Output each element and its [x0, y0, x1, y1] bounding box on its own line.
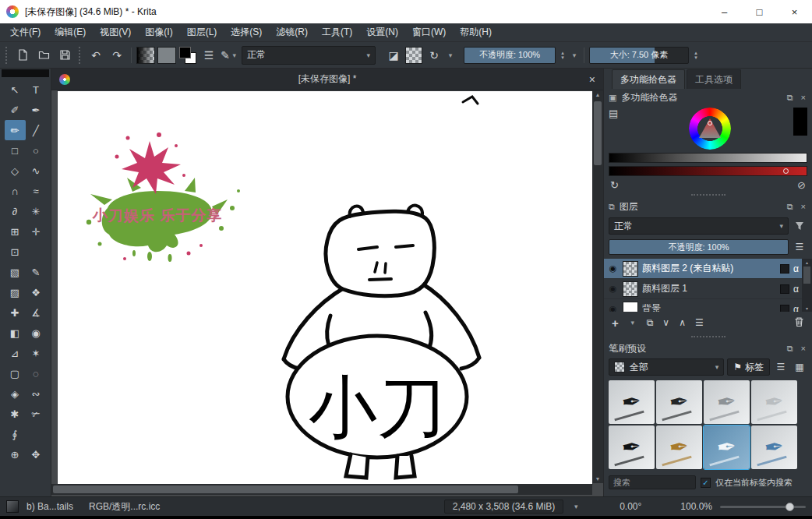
- ellipse-tool[interactable]: ○: [26, 140, 47, 161]
- open-document-button[interactable]: [34, 46, 53, 65]
- freehand-brush-tool[interactable]: ✏: [5, 120, 26, 140]
- tab-tool-options[interactable]: 工具选项: [687, 69, 741, 89]
- scroll-down-icon[interactable]: ▼: [592, 476, 603, 482]
- save-button[interactable]: [55, 46, 74, 65]
- polygon-tool[interactable]: ◇: [5, 161, 26, 181]
- multibrush-tool[interactable]: ✳: [26, 201, 47, 221]
- polygon-select-tool[interactable]: ◈: [5, 383, 26, 404]
- add-layer-caret-icon[interactable]: ▾: [628, 319, 637, 327]
- reference-images-tool[interactable]: ✶: [26, 343, 47, 363]
- canvas-horizontal-scrollbar[interactable]: [51, 484, 592, 495]
- document-close-icon[interactable]: ×: [589, 73, 595, 86]
- workspace-chooser-button[interactable]: ☰: [199, 46, 218, 65]
- brush-preset[interactable]: ✒: [656, 380, 702, 424]
- bezier-select-tool[interactable]: ✃: [26, 404, 47, 424]
- brush-preset[interactable]: ✒: [704, 380, 750, 424]
- pattern-edit-tool[interactable]: ▨: [5, 282, 26, 302]
- docker-splitter[interactable]: [604, 334, 812, 340]
- foreground-background-colors[interactable]: [178, 46, 197, 65]
- float-docker-icon[interactable]: ⧉: [786, 344, 795, 354]
- text-tool[interactable]: T: [26, 79, 47, 100]
- layer-thumbnail[interactable]: [623, 302, 638, 312]
- enclose-fill-tool[interactable]: ◉: [26, 323, 47, 343]
- no-color-icon[interactable]: ⊘: [797, 179, 806, 191]
- zoom-slider[interactable]: [720, 501, 806, 512]
- vertical-scroll-thumb[interactable]: [594, 101, 602, 165]
- undo-button[interactable]: ↶: [86, 46, 105, 65]
- brush-view-mode-button[interactable]: ▦: [792, 359, 807, 375]
- scroll-down-icon[interactable]: ▾: [802, 305, 812, 311]
- rect-select-tool[interactable]: ▢: [5, 363, 26, 383]
- docker-splitter[interactable]: [604, 192, 812, 198]
- brush-size-slider[interactable]: 大小: 7.50 像素: [589, 47, 689, 64]
- similar-select-tool[interactable]: ✱: [5, 404, 26, 424]
- brush-preset[interactable]: ✒: [704, 425, 750, 469]
- menu-item[interactable]: 文件(F): [3, 23, 48, 41]
- rectangle-tool[interactable]: □: [5, 140, 26, 161]
- layer-visibility-eye-icon[interactable]: ◉: [607, 263, 619, 274]
- line-tool[interactable]: ╱: [26, 120, 47, 140]
- chevron-down-icon[interactable]: ▾: [446, 51, 455, 59]
- hue-gradient-bar[interactable]: [609, 166, 807, 176]
- freehand-path-tool[interactable]: ≈: [26, 181, 47, 201]
- close-docker-icon[interactable]: ×: [800, 344, 807, 353]
- move-layer-up-button[interactable]: ∧: [679, 317, 686, 328]
- menu-item[interactable]: 窗口(W): [405, 23, 453, 41]
- brush-preset[interactable]: ✒: [751, 425, 797, 469]
- close-docker-icon[interactable]: ×: [800, 93, 807, 102]
- scroll-up-icon[interactable]: ▴: [802, 260, 812, 265]
- toolbar-drag-handle[interactable]: [79, 47, 82, 64]
- menu-item[interactable]: 滤镜(R): [269, 23, 315, 41]
- toolbox-spacer[interactable]: [26, 242, 47, 262]
- transform-tool[interactable]: ⊞: [5, 221, 26, 242]
- gradient-marker[interactable]: [783, 168, 789, 174]
- brush-search-input[interactable]: [609, 475, 696, 489]
- dynamic-brush-tool[interactable]: ∂: [5, 201, 26, 221]
- reload-preset-button[interactable]: ↻: [425, 46, 443, 65]
- layer-row[interactable]: ◉ 背景 α: [604, 299, 802, 312]
- refresh-icon[interactable]: ↻: [610, 179, 619, 191]
- foreground-color-swatch[interactable]: [179, 47, 191, 58]
- close-docker-icon[interactable]: ×: [800, 202, 807, 211]
- duplicate-layer-button[interactable]: ⧉: [647, 317, 654, 328]
- opacity-slider[interactable]: 不透明度: 100%: [464, 47, 556, 64]
- layer-lock-icon[interactable]: [780, 264, 789, 274]
- layer-thumbnail[interactable]: [623, 281, 638, 297]
- edit-shapes-tool[interactable]: ✐: [5, 100, 26, 120]
- new-document-button[interactable]: [13, 46, 32, 65]
- gradient-swatch[interactable]: [136, 47, 155, 64]
- layer-alpha-icon[interactable]: α: [793, 284, 799, 295]
- layer-blend-select[interactable]: 正常 ▾: [609, 217, 789, 235]
- layer-scroll-thumb[interactable]: [803, 267, 810, 284]
- layer-opacity-slider[interactable]: 不透明度: 100%: [609, 239, 789, 255]
- current-brush-chip[interactable]: [6, 500, 19, 513]
- eraser-mode-button[interactable]: ◪: [384, 46, 403, 65]
- polyline-tool[interactable]: ∿: [26, 161, 47, 181]
- measure-tool[interactable]: ∡: [26, 302, 47, 323]
- zoom-tool[interactable]: ⊕: [5, 444, 26, 464]
- tab-advanced-color-selector[interactable]: 多功能拾色器: [612, 69, 685, 89]
- ellipse-select-tool[interactable]: ◌: [26, 363, 47, 383]
- layer-visibility-eye-icon[interactable]: ◉: [607, 304, 619, 312]
- search-current-tag-checkbox[interactable]: ✓: [701, 478, 711, 488]
- chevron-down-icon[interactable]: ▾: [570, 51, 579, 59]
- move-layer-down-button[interactable]: ∨: [662, 317, 669, 328]
- brush-preset[interactable]: ✒: [656, 425, 702, 469]
- menu-item[interactable]: 视图(V): [93, 23, 138, 41]
- pattern-swatch[interactable]: [157, 47, 176, 64]
- layer-lock-icon[interactable]: [780, 284, 789, 294]
- layer-alpha-icon[interactable]: α: [793, 263, 799, 274]
- layer-visibility-eye-icon[interactable]: ◉: [607, 284, 619, 294]
- minimize-button[interactable]: –: [707, 0, 742, 23]
- toolbox-drag-grip[interactable]: [2, 69, 49, 77]
- smart-patch-tool[interactable]: ✚: [5, 302, 26, 323]
- close-button[interactable]: ×: [777, 0, 812, 23]
- add-layer-button[interactable]: +: [612, 316, 619, 330]
- brush-size-stepper[interactable]: ▴ ▾: [691, 51, 701, 60]
- menu-item[interactable]: 工具(T): [315, 23, 359, 41]
- menu-item[interactable]: 图层(L): [180, 23, 224, 41]
- toolbox-spacer[interactable]: [26, 424, 47, 444]
- float-docker-icon[interactable]: ⧉: [786, 202, 795, 212]
- toolbar-drag-handle[interactable]: [5, 47, 9, 64]
- zoom-slider-knob[interactable]: [786, 503, 794, 511]
